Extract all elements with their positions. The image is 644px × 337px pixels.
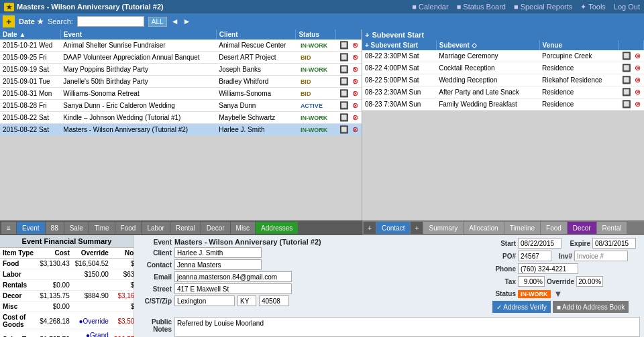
delete-icon[interactable]: ⊗ [352, 41, 358, 49]
expire-date-input[interactable] [592, 238, 636, 249]
client-input[interactable] [174, 247, 262, 258]
tab-sale[interactable]: Sale [64, 222, 89, 234]
right-tab-plus[interactable]: + [364, 222, 376, 234]
edit-icon[interactable]: 🔲 [339, 89, 349, 97]
subevent-row[interactable]: 08-22 3:30PM Sat Marriage Ceremony Porcu… [362, 50, 644, 62]
sub-delete-icon[interactable]: ⊗ [635, 88, 641, 96]
status-dropdown-icon[interactable]: ▼ [554, 289, 563, 299]
edit-icon[interactable]: 🔲 [339, 41, 349, 49]
sub-delete-icon[interactable]: ⊗ [635, 64, 641, 72]
tab-time[interactable]: Time [89, 222, 115, 234]
override-pct-input[interactable] [576, 276, 603, 287]
right-tab-timeline[interactable]: Timeline [504, 222, 540, 234]
phone-input[interactable] [518, 263, 578, 274]
add-to-address-book-button[interactable]: ■ Add to Address Book [553, 301, 629, 313]
right-tab-food[interactable]: Food [541, 222, 567, 234]
col-status[interactable]: Status [296, 29, 336, 40]
event-status: ACTIVE [296, 100, 336, 112]
sub-edit-icon[interactable]: 🔲 [622, 100, 631, 108]
table-row[interactable]: 2015-09-19 Sat Mary Poppins Birthday Par… [0, 64, 362, 76]
tab-rental[interactable]: Rental [170, 222, 201, 234]
table-row[interactable]: 2015-09-25 Fri DAAP Volunteer Appreciati… [0, 52, 362, 64]
subevent-row[interactable]: 08-23 2:30AM Sun After Party and Late Sn… [362, 86, 644, 98]
tax-input[interactable] [518, 276, 545, 287]
street-input[interactable] [174, 283, 292, 294]
sub-col-name[interactable]: Subevent ◇ [436, 40, 539, 50]
next-arrow[interactable]: ► [183, 17, 191, 26]
table-row[interactable]: 2015-08-31 Mon Williams-Sonoma Retreat W… [0, 88, 362, 100]
tab-event[interactable]: Event [17, 222, 45, 234]
delete-icon[interactable]: ⊗ [352, 89, 358, 97]
address-verify-button[interactable]: ✓ Address Verify [492, 301, 551, 313]
nav-logout[interactable]: Log Out [614, 3, 640, 11]
subevent-add-icon[interactable]: + [365, 31, 369, 39]
edit-icon[interactable]: 🔲 [339, 125, 349, 133]
right-tab-allocation[interactable]: Allocation [464, 222, 503, 234]
right-tab-plus2[interactable]: + [411, 222, 423, 234]
all-filter-button[interactable]: ALL [148, 17, 167, 27]
edit-icon[interactable]: 🔲 [339, 77, 349, 85]
table-row[interactable]: 2015-08-22 Sat Kindle – Johnson Wedding … [0, 112, 362, 124]
sub-edit-icon[interactable]: 🔲 [622, 88, 631, 96]
nav-calendar[interactable]: ■ Calendar [412, 3, 448, 11]
sub-edit-icon[interactable]: 🔲 [622, 76, 631, 84]
sub-edit-icon[interactable]: 🔲 [622, 64, 631, 72]
edit-icon[interactable]: 🔲 [339, 101, 349, 109]
delete-icon[interactable]: ⊗ [352, 125, 358, 133]
tab-decor[interactable]: Decor [201, 222, 230, 234]
tab-88[interactable]: 88 [46, 222, 64, 234]
col-date[interactable]: Date ▲ [0, 29, 60, 40]
contact-input[interactable] [174, 259, 262, 270]
right-tab-rental[interactable]: Rental [597, 222, 627, 234]
tab-misc[interactable]: Misc [231, 222, 256, 234]
prev-arrow[interactable]: ◄ [171, 17, 179, 26]
table-row[interactable]: 2015-08-28 Fri Sanya Dunn - Eric Caldero… [0, 100, 362, 112]
add-event-button[interactable]: + [3, 15, 15, 27]
po-input[interactable] [518, 251, 551, 261]
subevent-row[interactable]: 08-23 7:30AM Sun Family Wedding Breakfas… [362, 98, 644, 111]
delete-icon[interactable]: ⊗ [352, 101, 358, 109]
search-input[interactable] [77, 16, 144, 27]
delete-icon[interactable]: ⊗ [352, 65, 358, 73]
start-date-input[interactable] [518, 238, 561, 249]
edit-icon[interactable]: 🔲 [339, 65, 349, 73]
sub-delete-icon[interactable]: ⊗ [635, 52, 641, 60]
state-input[interactable] [237, 295, 256, 306]
date-sort-label[interactable]: Date ★ [19, 17, 44, 26]
subevent-row[interactable]: 08-22 5:00PM Sat Wedding Reception Rieka… [362, 74, 644, 86]
sub-edit-icon[interactable]: 🔲 [622, 52, 631, 60]
table-row[interactable]: 2015-09-01 Tue Janelle's 50th Birthday P… [0, 76, 362, 88]
nav-tools[interactable]: ✦ Tools [580, 3, 606, 11]
subevent-row[interactable]: 08-22 4:00PM Sat Cocktail Reception Resi… [362, 62, 644, 74]
tab-icon-grid[interactable]: ≡ [1, 222, 16, 234]
col-event[interactable]: Event [60, 29, 216, 40]
nav-special-reports[interactable]: ■ Special Reports [514, 3, 572, 11]
sub-delete-icon[interactable]: ⊗ [635, 100, 641, 108]
right-tab-decor[interactable]: Decor [568, 222, 596, 234]
table-row[interactable]: 2015-10-21 Wed Animal Shelter Sunrise Fu… [0, 40, 362, 52]
delete-icon[interactable]: ⊗ [352, 53, 358, 61]
sub-delete-icon[interactable]: ⊗ [635, 76, 641, 84]
nav-status-board[interactable]: ■ Status Board [457, 3, 506, 11]
edit-icon[interactable]: 🔲 [339, 113, 349, 121]
zip-input[interactable] [259, 295, 289, 306]
email-input[interactable] [174, 271, 292, 282]
tab-food[interactable]: Food [115, 222, 142, 234]
city-input[interactable] [174, 295, 235, 306]
delete-icon[interactable]: ⊗ [352, 113, 358, 121]
right-tab-summary[interactable]: Summary [423, 222, 463, 234]
tab-labor[interactable]: Labor [142, 222, 170, 234]
sub-venue: Residence [539, 98, 619, 111]
col-client[interactable]: Client [216, 29, 296, 40]
inv-input[interactable] [574, 251, 628, 261]
sub-col-venue[interactable]: Venue [539, 40, 619, 50]
edit-icon[interactable]: 🔲 [339, 53, 349, 61]
delete-icon[interactable]: ⊗ [352, 77, 358, 85]
public-notes-textarea[interactable]: Referred by Louise Moorland [174, 317, 640, 337]
tab-addresses[interactable]: Addresses [256, 222, 298, 234]
table-row[interactable]: 2015-08-22 Sat Masters - Wilson Annivers… [0, 124, 362, 136]
sub-start: 08-22 4:00PM Sat [362, 62, 436, 74]
event-title: Williams-Sonoma Retreat [60, 88, 216, 100]
sub-col-start[interactable]: + Subevent Start [362, 40, 436, 50]
right-tab-contact[interactable]: Contact [376, 222, 410, 234]
